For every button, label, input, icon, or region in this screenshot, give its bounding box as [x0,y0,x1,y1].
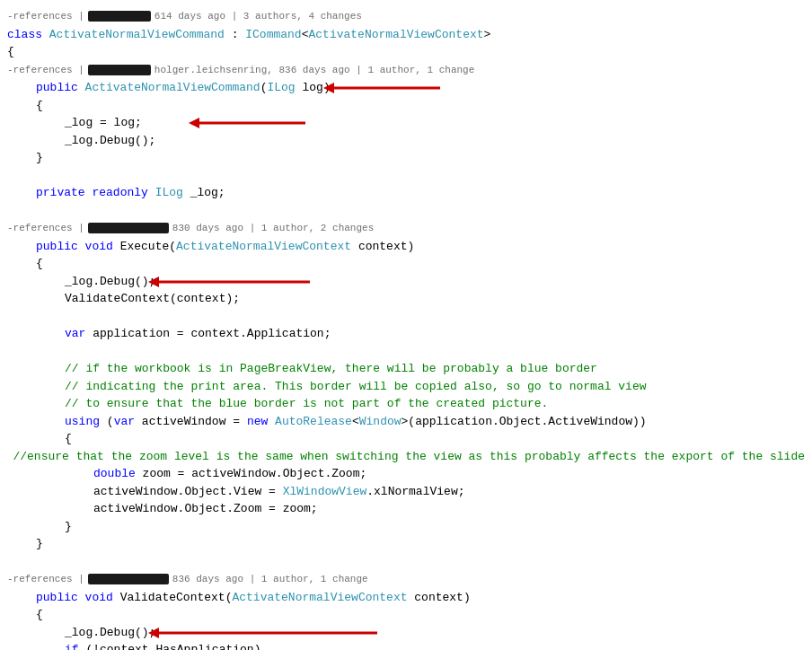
token-comment-green: // indicating the print area. This borde… [65,380,647,393]
line-tokens: _log = log; [65,114,142,132]
code-line: ValidateContext(context); [0,290,812,308]
redacted-info [88,223,169,233]
code-line: activeWindow.Object.Zoom = zoom; [0,500,812,518]
token-normal: _log = log; [65,116,142,129]
line-tokens: double zoom = activeWindow.Object.Zoom; [93,465,366,483]
token-type-teal: ILog [155,186,183,199]
line-tokens: { [65,430,72,448]
line-tokens: activeWindow.Object.View = XlWindowView.… [93,483,464,501]
token-normal: .xlNormalView; [366,485,464,498]
line-tokens: _log.Debug(); [65,132,155,150]
token-type-teal: ICommand [245,28,301,41]
token-normal: } [65,520,72,533]
code-line: _log.Debug(); [0,273,812,291]
code-line: { [0,430,812,448]
token-kw-blue: class [7,28,49,41]
token-normal: } [36,537,43,550]
meta-prefix: -references | [7,9,84,24]
meta-after: 836 days ago | 1 author, 1 change [172,572,368,587]
code-line: _log.Debug(); [0,132,812,150]
token-kw-blue: public [36,240,85,253]
token-type-teal: ActivateNormalViewContext [232,591,407,604]
token-kw-blue: public [36,81,85,94]
token-normal: _log; [183,186,225,199]
token-normal: application = context.Application; [93,327,331,340]
line-tokens: public void ValidateContext(ActivateNorm… [36,589,471,607]
token-type-teal: ActivateNormalViewContext [176,240,351,253]
token-comment-green: // if the workbook is in PageBreakView, … [65,362,597,375]
code-line: var application = context.Application; [0,325,812,343]
code-line: private readonly ILog _log; [0,184,812,202]
line-tokens: { [36,606,43,624]
meta-prefix: -references | [7,572,84,587]
code-line: public void Execute(ActivateNormalViewCo… [0,238,812,256]
line-tokens: { [36,255,43,273]
meta-prefix: -references | [7,63,84,78]
code-line: // if the workbook is in PageBreakView, … [0,360,812,378]
line-tokens: private readonly ILog _log; [36,184,225,202]
line-tokens: _log.Debug(); [65,273,155,291]
token-kw-blue: readonly [92,186,154,199]
line-tokens: } [65,518,72,536]
token-normal: activeWindow.Object.Zoom = zoom; [93,502,318,515]
code-viewer: -references | 614 days ago | 3 authors, … [0,0,812,650]
token-kw-blue: void [85,240,120,253]
code-line: if (!context.HasApplication) [0,641,812,650]
token-normal: context) [351,240,414,253]
empty-line [0,343,812,361]
line-tokens: class ActivateNormalViewCommand : IComma… [7,26,490,44]
line-tokens: if (!context.HasApplication) [65,641,260,650]
line-tokens: _log.Debug(); [65,624,155,642]
token-type-teal: ActivateNormalViewCommand [85,81,260,94]
line-tokens: // indicating the print area. This borde… [65,378,647,396]
meta-info-line: -references | 830 days ago | 1 author, 2… [0,219,812,238]
token-kw-blue: var [114,415,142,428]
redacted-info [88,574,169,584]
token-normal: >(application.Object.ActiveWindow)) [402,415,647,428]
code-line: { [0,255,812,273]
token-normal: (!context.HasApplication) [85,643,260,650]
token-kw-blue: using [65,415,107,428]
token-normal: activeWindow = [142,415,247,428]
code-line: class ActivateNormalViewCommand : IComma… [0,26,812,44]
token-type-teal: ILog [267,81,295,94]
token-normal: _log.Debug(); [65,134,155,147]
token-normal: ( [107,415,114,428]
token-normal: < [352,415,359,428]
line-tokens: { [36,97,43,115]
token-type-teal: ActivateNormalViewContext [309,28,484,41]
code-line: public void ValidateContext(ActivateNorm… [0,589,812,607]
code-line: _log.Debug(); [0,624,812,642]
line-tokens: } [36,535,43,553]
meta-after: holger.leichsenring, 836 days ago | 1 au… [154,63,474,78]
code-line: { [0,606,812,624]
meta-after: 830 days ago | 1 author, 2 changes [172,221,374,236]
code-line: public ActivateNormalViewCommand(ILog lo… [0,79,812,97]
code-line: _log = log; [0,114,812,132]
meta-info-line: -references | holger.leichsenring, 836 d… [0,61,812,80]
line-tokens: var application = context.Application; [65,325,331,343]
token-normal: { [36,257,43,270]
token-normal: Execute( [120,240,176,253]
token-normal: log) [296,81,331,94]
token-comment-green: //ensure that the zoom level is the same… [13,450,805,463]
token-type-teal: AutoRelease [275,415,352,428]
empty-line [0,553,812,571]
token-kw-blue: public [36,591,85,604]
token-kw-blue: var [65,327,93,340]
token-normal: > [484,28,491,41]
line-tokens: //ensure that the zoom level is the same… [13,448,805,466]
token-normal: _log.Debug(); [65,626,155,639]
token-type-teal: ActivateNormalViewCommand [49,28,225,41]
token-normal: activeWindow.Object.View = [93,485,283,498]
code-line: activeWindow.Object.View = XlWindowView.… [0,483,812,501]
line-tokens: // to ensure that the blue border is not… [65,395,548,413]
empty-line [0,308,812,326]
line-tokens: activeWindow.Object.Zoom = zoom; [93,500,318,518]
token-normal: } [36,151,43,164]
redacted-info [88,65,151,75]
token-kw-blue: void [85,591,120,604]
token-normal: _log.Debug(); [65,275,155,288]
token-normal: zoom = activeWindow.Object.Zoom; [143,467,367,480]
empty-line [0,167,812,185]
